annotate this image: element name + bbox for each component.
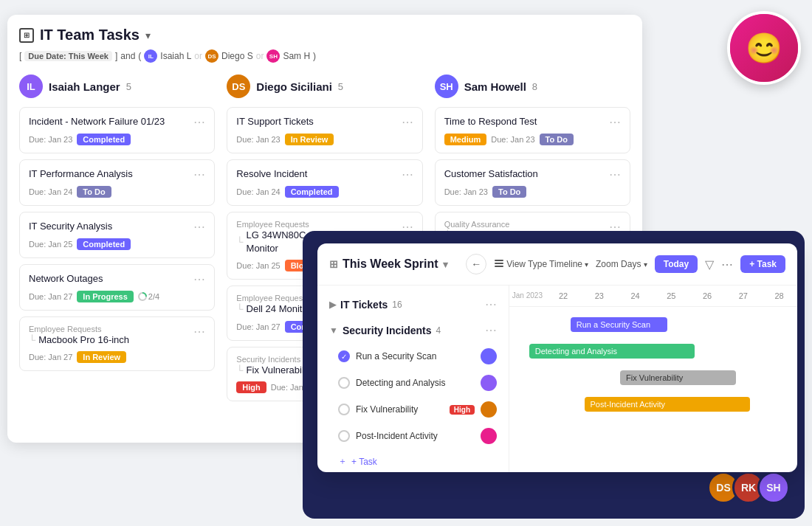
dropdown-icon[interactable]: ▾ — [585, 260, 588, 269]
sprint-chevron-icon[interactable]: ▾ — [443, 259, 448, 270]
back-button[interactable]: ← — [466, 254, 486, 274]
task-card[interactable]: IT Security Analysis ⋯ Due: Jan 25 Compl… — [19, 212, 215, 258]
status-badge: Completed — [77, 238, 131, 250]
status-badge: Completed — [285, 186, 339, 198]
priority-badge: High — [236, 381, 266, 393]
group-header-it-tickets[interactable]: ▶ IT Tickets 16 ⋯ — [317, 291, 509, 317]
zoom-dropdown-icon[interactable]: ▾ — [644, 260, 647, 269]
board-header: ⊞ IT Team Tasks ▾ — [19, 27, 630, 44]
due-text: Due: Jan 27 — [29, 353, 72, 361]
gantt-bar-label: Fix Vulnerability — [626, 373, 683, 382]
task-menu-icon[interactable]: ⋯ — [189, 272, 205, 286]
group-header-left: ▶ IT Tickets 16 — [329, 299, 402, 311]
task-card[interactable]: Network Outages ⋯ Due: Jan 27 In Progres… — [19, 264, 215, 311]
avatar-isaiah: IL — [19, 75, 43, 98]
avatar-sam: SH — [435, 75, 458, 98]
column-name-diego: Diego Siciliani — [256, 80, 332, 93]
list-item[interactable]: Post-Incident Activity — [317, 423, 509, 449]
more-options-icon[interactable]: ⋯ — [721, 257, 733, 271]
task-footer: Due: Jan 23 In Review — [236, 134, 413, 145]
board-title: IT Team Tasks — [40, 27, 140, 44]
list-item[interactable]: ✓ Run a Security Scan — [317, 343, 509, 370]
gantt-bar-container: Post-Incident Activity — [515, 395, 791, 413]
filter-sep2: or — [256, 51, 264, 61]
group-header-security[interactable]: ▼ Security Incidents 4 ⋯ — [317, 317, 509, 343]
task-title: IT Security Analysis — [29, 220, 189, 233]
gantt-bar-detecting[interactable]: Detecting and Analysis — [529, 344, 695, 359]
add-task-row[interactable]: ＋ + Task — [317, 449, 509, 472]
task-checkbox[interactable] — [338, 430, 350, 442]
task-menu-icon[interactable]: ⋯ — [605, 167, 621, 181]
due-text: Due: Jan 25 — [29, 240, 72, 249]
due-text: Due: Jan 23 — [444, 187, 488, 196]
collapse-icon: ▼ — [329, 325, 338, 336]
task-title: Resolve Incident — [236, 167, 396, 181]
task-checkbox[interactable] — [338, 404, 350, 415]
bottom-avatars: DS RK SH — [715, 471, 790, 504]
task-card[interactable]: Time to Respond Test ⋯ Medium Due: Jan 2… — [435, 107, 630, 153]
task-menu-icon[interactable]: ⋯ — [189, 325, 205, 339]
task-avatar — [481, 401, 497, 418]
task-menu-icon[interactable]: ⋯ — [189, 167, 205, 181]
task-menu-icon[interactable]: ⋯ — [189, 220, 205, 234]
today-button[interactable]: Today — [655, 255, 698, 273]
group-menu-icon[interactable]: ⋯ — [485, 297, 497, 311]
task-card[interactable]: Incident - Network Failure 01/23 ⋯ Due: … — [19, 107, 215, 153]
filter-bracket-open: [ — [19, 51, 21, 61]
zoom-label: Zoom Days ▾ — [596, 259, 647, 269]
add-task-button[interactable]: + Task — [740, 255, 785, 273]
column-count-sam: 8 — [532, 81, 537, 92]
gantt-date-25: 25 — [653, 291, 689, 300]
task-menu-icon[interactable]: ⋯ — [189, 115, 205, 129]
gantt-row: Detecting and Analysis — [509, 338, 797, 364]
list-item[interactable]: Detecting and Analysis — [317, 370, 509, 396]
view-type-icon — [494, 259, 504, 269]
task-footer: Medium Due: Jan 23 To Do — [444, 134, 621, 145]
status-badge: In Review — [285, 134, 334, 145]
due-text: Due: Jan 24 — [236, 187, 280, 196]
task-checkbox[interactable] — [338, 377, 350, 389]
list-item[interactable]: Fix Vulnerability High — [317, 396, 509, 423]
gantt-date-23: 23 — [582, 291, 618, 300]
chevron-down-icon[interactable]: ▾ — [145, 30, 151, 41]
column-name-isaiah: Isaiah Langer — [49, 80, 120, 93]
filter-due-date[interactable]: Due Date: This Week — [24, 51, 112, 61]
group-count: 4 — [436, 325, 441, 336]
task-card[interactable]: Customer Satisfaction ⋯ Due: Jan 23 To D… — [435, 159, 630, 206]
group-menu-icon[interactable]: ⋯ — [485, 323, 497, 337]
task-card[interactable]: IT Support Tickets ⋯ Due: Jan 23 In Revi… — [227, 107, 422, 153]
filter-icon[interactable]: ▽ — [705, 257, 714, 271]
gantt-date-26: 26 — [689, 291, 726, 300]
task-card-header: Incident - Network Failure 01/23 ⋯ — [29, 115, 205, 129]
task-card[interactable]: IT Performance Analysis ⋯ Due: Jan 24 To… — [19, 159, 215, 206]
status-badge: To Do — [77, 186, 111, 198]
task-card-header: IT Support Tickets ⋯ — [236, 115, 413, 129]
gantt-bar-security-scan[interactable]: Run a Security Scan — [571, 317, 667, 332]
bottom-avatar-3: SH — [757, 471, 790, 504]
task-card[interactable]: Resolve Incident ⋯ Due: Jan 24 Completed — [227, 159, 422, 206]
sprint-grid-icon: ⊞ — [329, 258, 338, 270]
gantt-bar-fix-vuln[interactable]: Fix Vulnerability — [620, 370, 736, 385]
due-text: Due: Jan 23 — [29, 135, 72, 144]
task-footer: Due: Jan 24 To Do — [29, 186, 205, 198]
status-badge: Completed — [77, 134, 131, 145]
task-title: IT Performance Analysis — [29, 167, 189, 181]
task-menu-icon[interactable]: ⋯ — [605, 115, 621, 129]
gantt-bar-post-incident[interactable]: Post-Incident Activity — [585, 397, 750, 412]
task-list-panel: ▶ IT Tickets 16 ⋯ ▼ Security Incidents 4… — [317, 286, 509, 472]
task-menu-icon[interactable]: ⋯ — [397, 167, 413, 181]
column-header-isaiah: IL Isaiah Langer 5 — [19, 75, 215, 98]
task-card-header: IT Performance Analysis ⋯ — [29, 167, 205, 181]
task-footer: Due: Jan 23 To Do — [444, 186, 621, 198]
add-icon: ＋ — [338, 455, 347, 468]
expand-icon: ▶ — [329, 300, 336, 310]
sprint-header: ⊞ This Week Sprint ▾ ← View Type Timelin… — [317, 243, 797, 286]
task-card[interactable]: Employee Requests └ Macbook Pro 16-inch … — [19, 316, 215, 371]
task-checkbox-checked[interactable]: ✓ — [338, 350, 350, 362]
filter-paren-open: ( — [138, 51, 141, 61]
task-card-header: Time to Respond Test ⋯ — [444, 115, 621, 129]
task-menu-icon[interactable]: ⋯ — [397, 115, 413, 129]
task-footer: Due: Jan 27 In Review — [29, 351, 205, 363]
task-avatar — [481, 348, 497, 364]
filter-bar: [ Due Date: This Week ] and ( IL Isaiah … — [19, 49, 630, 63]
